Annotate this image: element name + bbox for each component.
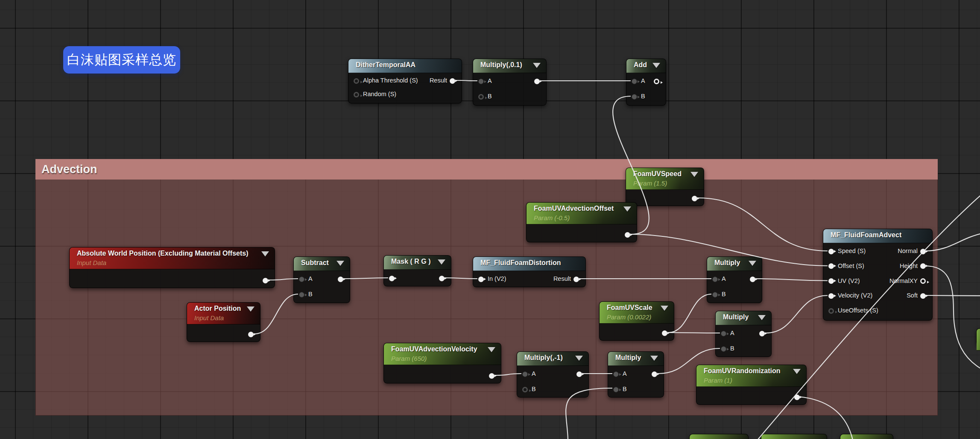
- pin-dither-out0[interactable]: [450, 78, 455, 84]
- material-graph-canvas[interactable]: Advection 白沫贴图采样总览 DitherTemporalAAAlpha…: [0, 0, 980, 439]
- pin-mult1-l0[interactable]: [712, 277, 718, 282]
- pin-advect-l0[interactable]: [828, 249, 834, 254]
- pin-mult01-out0[interactable]: [534, 79, 540, 84]
- chevron-down-icon[interactable]: [438, 259, 445, 265]
- pin-mult2-l1[interactable]: [721, 346, 726, 352]
- node-header[interactable]: FoamUVSpeedParam (1.5): [626, 168, 704, 190]
- node-offset[interactable]: FoamUVAdvectionOffsetParam (-0.5): [526, 202, 637, 242]
- node-header[interactable]: MF_FluidFoamAdvect: [823, 229, 932, 243]
- node-partial4[interactable]: [976, 328, 980, 345]
- chevron-down-icon[interactable]: [623, 206, 631, 212]
- pin-add-l1[interactable]: [632, 94, 637, 100]
- chevron-down-icon[interactable]: [261, 251, 269, 256]
- chevron-down-icon[interactable]: [575, 356, 583, 361]
- pin-rand-out[interactable]: [794, 395, 800, 400]
- pin-mult01-l0[interactable]: [478, 79, 484, 84]
- pin-subtract-l1[interactable]: [299, 292, 304, 298]
- chevron-down-icon[interactable]: [488, 347, 495, 352]
- node-header[interactable]: Multiply: [707, 257, 762, 271]
- pin-mult2-out0[interactable]: [759, 331, 765, 336]
- pin-mult3-l0[interactable]: [613, 371, 619, 377]
- pin-dither-l0[interactable]: [354, 78, 359, 84]
- pin-advect-l3[interactable]: [828, 293, 834, 299]
- pin-add-out0[interactable]: [654, 79, 659, 84]
- pin-scale-out[interactable]: [662, 330, 667, 336]
- node-rand[interactable]: FoamUVRandomizationParam (1): [696, 365, 807, 405]
- node-header[interactable]: Actor PositionInput Data: [187, 303, 260, 324]
- pin-advect-out0[interactable]: [920, 249, 926, 254]
- node-mult3[interactable]: MultiplyAB: [608, 351, 664, 398]
- node-header[interactable]: Mask ( R G ): [384, 256, 451, 270]
- node-mult1[interactable]: MultiplyAB: [707, 256, 762, 303]
- node-header[interactable]: [977, 329, 980, 351]
- node-header[interactable]: MF_FluidFoamDistortion: [473, 257, 585, 271]
- node-mult01[interactable]: Multiply(,0.1)AB: [473, 59, 547, 106]
- node-header[interactable]: DitherTemporalAA: [348, 59, 462, 73]
- node-advect[interactable]: MF_FluidFoamAdvectSpeed (S)NormalOffset …: [823, 229, 933, 321]
- node-header[interactable]: [761, 434, 827, 439]
- node-header[interactable]: Multiply(,0.1): [473, 59, 546, 73]
- pin-mult3-out0[interactable]: [652, 371, 657, 377]
- node-header[interactable]: Subtract: [294, 257, 350, 271]
- pin-mult3-l1[interactable]: [613, 387, 619, 392]
- pin-offset-out[interactable]: [625, 232, 630, 238]
- pin-mult1-l1[interactable]: [712, 292, 718, 298]
- node-mult2[interactable]: MultiplyAB: [715, 311, 772, 357]
- comment-box-header[interactable]: Advection: [35, 159, 938, 180]
- chevron-down-icon[interactable]: [650, 356, 658, 361]
- node-multneg1[interactable]: Multiply(,-1)AB: [517, 351, 589, 398]
- pin-advect-r2[interactable]: [920, 278, 926, 284]
- pin-awp-out[interactable]: [263, 278, 268, 283]
- node-header[interactable]: Multiply: [716, 311, 771, 325]
- pin-add-l0[interactable]: [632, 79, 637, 84]
- pin-multneg1-out0[interactable]: [576, 371, 582, 377]
- node-header[interactable]: [690, 434, 748, 439]
- pin-actor-out[interactable]: [248, 332, 254, 337]
- pin-advect-r3[interactable]: [920, 293, 926, 299]
- pin-dist-out0[interactable]: [573, 277, 579, 282]
- node-header[interactable]: FoamUVRandomizationParam (1): [696, 365, 806, 387]
- pin-subtract-l0[interactable]: [299, 277, 304, 282]
- node-subtract[interactable]: SubtractAB: [293, 256, 350, 303]
- node-header[interactable]: FoamUVAdvectionVelocityParam (650): [384, 343, 501, 365]
- node-header[interactable]: [840, 434, 893, 439]
- node-awp[interactable]: Absolute World Position (Excluding Mater…: [69, 247, 275, 288]
- node-dither[interactable]: DitherTemporalAAAlpha Threshold (S)Resul…: [348, 59, 462, 103]
- node-mask[interactable]: Mask ( R G ): [383, 255, 451, 286]
- node-scale[interactable]: FoamUVScaleParam (0.0022): [599, 301, 674, 341]
- pin-multneg1-l1[interactable]: [522, 387, 528, 392]
- node-vel[interactable]: FoamUVAdvectionVelocityParam (650): [383, 343, 501, 383]
- node-header[interactable]: FoamUVAdvectionOffsetParam (-0.5): [527, 203, 637, 224]
- chevron-down-icon[interactable]: [749, 261, 756, 266]
- pin-subtract-out0[interactable]: [338, 277, 343, 282]
- node-header[interactable]: Multiply: [608, 352, 664, 366]
- pin-advect-l1[interactable]: [828, 263, 834, 269]
- pin-speed-out[interactable]: [692, 196, 697, 201]
- bubble-comment[interactable]: 白沫贴图采样总览: [63, 46, 180, 74]
- node-partial3[interactable]: [840, 434, 893, 439]
- node-add[interactable]: AddAB: [626, 59, 666, 106]
- node-header[interactable]: FoamUVScaleParam (0.0022): [600, 302, 674, 324]
- pin-mask-l0[interactable]: [389, 276, 395, 281]
- chevron-down-icon[interactable]: [758, 315, 766, 320]
- chevron-down-icon[interactable]: [690, 172, 698, 177]
- node-actor[interactable]: Actor PositionInput Data: [187, 302, 260, 342]
- chevron-down-icon[interactable]: [652, 63, 660, 68]
- pin-advect-r1[interactable]: [920, 263, 926, 269]
- node-speed[interactable]: FoamUVSpeedParam (1.5): [626, 168, 704, 206]
- pin-vel-out[interactable]: [489, 373, 494, 379]
- pin-mult2-l0[interactable]: [721, 331, 726, 336]
- pin-mult1-out0[interactable]: [750, 277, 755, 282]
- chevron-down-icon[interactable]: [661, 306, 668, 311]
- chevron-down-icon[interactable]: [793, 369, 801, 374]
- pin-mask-out0[interactable]: [439, 276, 445, 281]
- node-partial2[interactable]: [761, 434, 827, 439]
- node-header[interactable]: Absolute World Position (Excluding Mater…: [70, 247, 275, 269]
- node-header[interactable]: Multiply(,-1): [517, 352, 588, 366]
- chevron-down-icon[interactable]: [336, 261, 344, 266]
- pin-dist-l0[interactable]: [478, 277, 484, 282]
- pin-advect-l2[interactable]: [828, 278, 834, 284]
- node-partial1[interactable]: [689, 434, 749, 439]
- pin-dither-l1[interactable]: [354, 92, 359, 97]
- node-header[interactable]: Add: [626, 59, 666, 73]
